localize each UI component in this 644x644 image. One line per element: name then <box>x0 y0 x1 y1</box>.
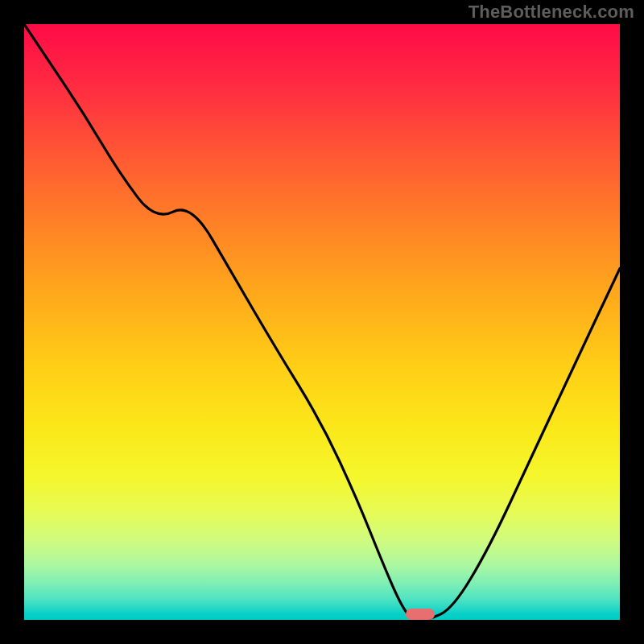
plot-area <box>24 24 620 620</box>
curve-path <box>24 24 620 620</box>
optimum-marker <box>406 609 435 620</box>
bottleneck-curve <box>24 24 620 620</box>
watermark-text: TheBottleneck.com <box>469 2 634 23</box>
chart-frame: TheBottleneck.com <box>0 0 644 644</box>
